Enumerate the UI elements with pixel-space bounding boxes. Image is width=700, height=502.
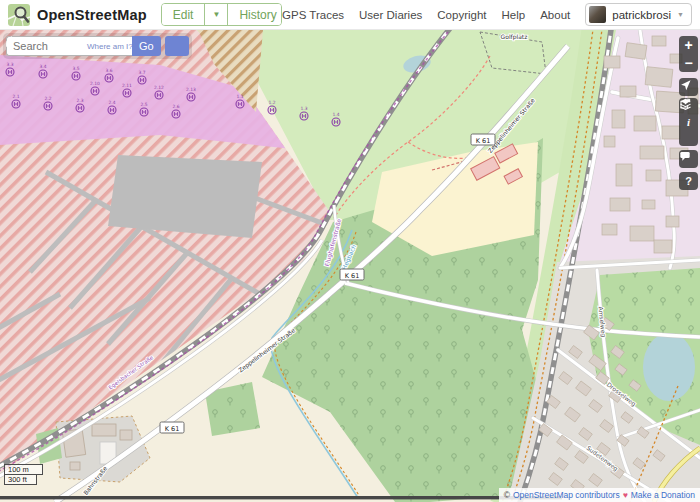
locate-button[interactable] <box>679 78 698 96</box>
heart-icon: ♥ <box>623 490 628 500</box>
username: patrickbrosi <box>612 9 671 21</box>
helipad-ref: 2.4 <box>109 100 116 105</box>
svg-text:K 61: K 61 <box>165 425 180 433</box>
helipad-ref: 1.4 <box>333 112 340 117</box>
helipad-ref: 2.12 <box>154 85 164 90</box>
zoom-in-button[interactable]: + <box>679 36 698 54</box>
map-label: Golfplatz <box>501 33 528 41</box>
pond <box>643 333 695 401</box>
where-am-i-link[interactable]: Where am I? <box>87 42 133 51</box>
copyright-link[interactable]: Copyright <box>437 9 486 21</box>
building <box>610 198 630 211</box>
helipad-ref: 1.1 <box>237 94 244 99</box>
helipad-ref: 2.1 <box>13 94 20 99</box>
helipad-ref: 2.3 <box>77 98 84 103</box>
brand[interactable]: OpenStreetMap <box>8 4 147 26</box>
edit-button[interactable]: Edit <box>162 4 205 25</box>
building <box>666 216 679 227</box>
user-menu[interactable]: patrickbrosi ▼ <box>585 3 692 26</box>
helipad-ref: 1.3 <box>301 106 308 111</box>
search-go-button[interactable]: Go <box>132 36 161 56</box>
helipad-ref: 3.7 <box>139 70 146 75</box>
road-shield: K 61 <box>340 269 364 280</box>
building <box>616 164 632 186</box>
directions-button[interactable] <box>165 36 189 56</box>
edit-dropdown-caret[interactable]: ▼ <box>204 4 227 25</box>
query-features-button[interactable]: ? <box>679 172 698 190</box>
add-note-button[interactable] <box>679 150 698 168</box>
building <box>640 146 664 159</box>
donate-link[interactable]: Make a Donation <box>631 490 695 500</box>
search-input[interactable] <box>11 39 87 53</box>
helipad-ref: 3.4 <box>40 64 47 69</box>
road-shield: K 61 <box>471 134 495 145</box>
helipad-ref: 2.6 <box>173 104 180 109</box>
helipad-ref: 2.13 <box>186 87 196 92</box>
history-button[interactable]: History <box>227 4 282 25</box>
helipad-ref: 3.3 <box>7 62 14 67</box>
primary-nav: Edit ▼ History Export <box>161 3 282 26</box>
map-viewport[interactable]: 3.33.43.53.63.72.102.112.122.132.12.22.3… <box>0 30 700 502</box>
building <box>652 36 666 46</box>
svg-text:K 61: K 61 <box>476 137 491 145</box>
building <box>604 56 620 68</box>
site-header: OpenStreetMap Edit ▼ History Export GPS … <box>0 0 700 30</box>
building <box>634 116 656 131</box>
building <box>604 136 615 147</box>
help-link[interactable]: Help <box>502 9 526 21</box>
share-button[interactable] <box>679 130 698 146</box>
building <box>642 200 655 209</box>
share-icon <box>679 98 691 110</box>
building <box>630 226 654 241</box>
zoom-out-button[interactable]: − <box>679 54 698 72</box>
site-title: OpenStreetMap <box>37 7 147 23</box>
helipad-ref: 2.11 <box>122 83 132 88</box>
attribution-bar: © OpenStreetMap contributors ♥ Make a Do… <box>499 488 700 502</box>
scale-metric: 100 m <box>4 464 43 475</box>
helipad-ref: 3.5 <box>73 66 80 71</box>
search-box[interactable]: Where am I? <box>6 36 132 56</box>
building <box>645 67 673 88</box>
avatar <box>589 6 606 23</box>
gps-traces-link[interactable]: GPS Traces <box>282 9 344 21</box>
building <box>654 240 672 253</box>
map-key-button[interactable]: i <box>679 114 698 130</box>
building <box>620 86 636 97</box>
osm-logo-icon <box>8 4 30 26</box>
helipad-ref: 1.2 <box>269 100 276 105</box>
building <box>646 170 661 181</box>
building <box>612 110 625 128</box>
helipad-ref: 2.2 <box>45 96 52 101</box>
helipad-ref: 2.10 <box>90 81 100 86</box>
helipad-ref: 3.6 <box>106 68 113 73</box>
scale-imperial: 300 ft <box>4 474 37 485</box>
about-link[interactable]: About <box>540 9 570 21</box>
map-canvas[interactable]: 3.33.43.53.63.72.102.112.122.132.12.22.3… <box>0 30 700 502</box>
osm-contributors-link[interactable]: OpenStreetMap contributors <box>513 490 620 500</box>
building <box>625 43 647 60</box>
search-panel: Where am I? Go <box>3 33 192 59</box>
user-menu-caret: ▼ <box>677 11 684 18</box>
building <box>602 224 617 235</box>
directions-icon <box>3 33 19 49</box>
bottom-dark-line <box>0 496 562 499</box>
apron <box>108 155 262 238</box>
svg-text:K 61: K 61 <box>345 272 360 280</box>
building <box>662 126 680 139</box>
secondary-nav: GPS Traces User Diaries Copyright Help A… <box>282 3 692 26</box>
locate-arrow-icon <box>679 78 692 91</box>
note-bubble-icon <box>679 150 691 162</box>
road-shield: K 61 <box>160 422 184 433</box>
helipad-ref: 2.5 <box>141 102 148 107</box>
user-diaries-link[interactable]: User Diaries <box>359 9 422 21</box>
scale-bar: 100 m 300 ft <box>4 464 43 485</box>
copyright-symbol: © <box>504 490 510 500</box>
